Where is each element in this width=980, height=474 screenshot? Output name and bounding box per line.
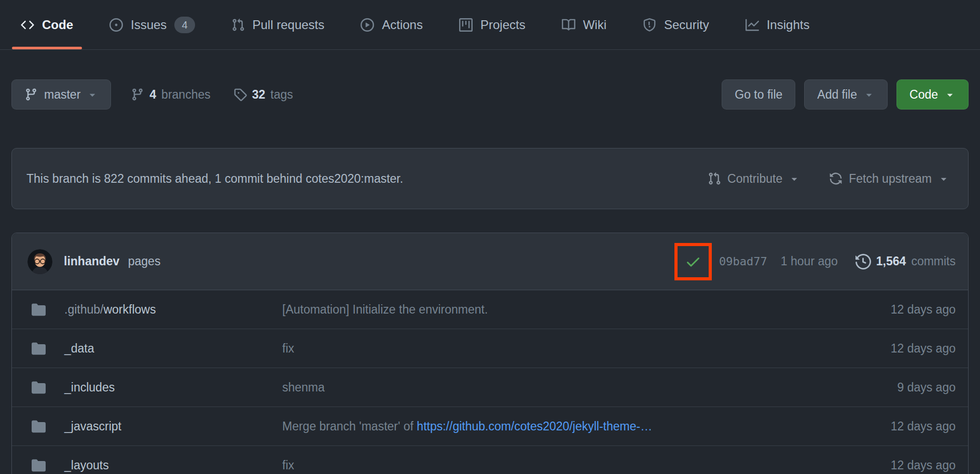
project-icon <box>459 18 473 32</box>
table-row: _layouts fix 12 days ago <box>12 446 968 474</box>
file-name-link: _javascript <box>64 419 121 434</box>
tab-actions-label: Actions <box>382 18 423 32</box>
git-branch-icon <box>24 88 38 101</box>
commits-count: 1,564 <box>876 254 906 268</box>
repo-nav: Code Issues 4 Pull requests Actions Proj… <box>0 0 980 50</box>
branches-link[interactable]: 4 branches <box>131 88 210 102</box>
commit-date: 12 days ago <box>841 303 956 317</box>
file-name-prefix[interactable]: .github/ <box>64 303 103 316</box>
issues-counter-badge: 4 <box>174 17 195 33</box>
table-row: _includes shenma 9 days ago <box>12 368 968 407</box>
file-name-cell: .github/workflows <box>32 303 282 317</box>
git-branch-icon <box>131 88 144 101</box>
file-name[interactable]: _javascript <box>64 419 121 433</box>
code-download-label: Code <box>909 88 938 102</box>
banner-actions: Contribute Fetch upstream <box>708 172 954 186</box>
code-download-button[interactable]: Code <box>896 79 969 110</box>
book-icon <box>562 18 575 32</box>
caret-down-icon <box>944 89 956 100</box>
file-name-link: _layouts <box>64 458 109 472</box>
branch-toolbar: master 4 branches 32 tags Go to file Add… <box>11 79 969 110</box>
git-pull-request-icon <box>231 18 245 32</box>
tag-icon <box>233 88 247 101</box>
file-name-cell: _layouts <box>32 458 282 472</box>
table-row: .github/workflows [Automation] Initializ… <box>12 290 968 329</box>
latest-commit-bar: linhandev pages 09bad77 1 hour ago 1,564… <box>12 233 968 290</box>
caret-down-icon <box>863 89 875 100</box>
go-to-file-button[interactable]: Go to file <box>722 79 795 110</box>
caret-down-icon <box>87 89 98 100</box>
commit-author-link[interactable]: linhandev <box>64 254 119 268</box>
avatar-image <box>27 249 52 274</box>
commit-title: linhandev pages <box>64 254 160 268</box>
folder-icon <box>32 419 46 434</box>
contribute-button[interactable]: Contribute <box>708 172 800 186</box>
add-file-button[interactable]: Add file <box>804 79 888 110</box>
code-icon <box>21 18 34 32</box>
file-name-cell: _includes <box>32 381 282 395</box>
row-commit-message[interactable]: fix <box>282 342 294 355</box>
file-name-link: _includes <box>64 381 115 395</box>
file-name-cell: _javascript <box>32 419 282 434</box>
play-icon <box>361 18 374 32</box>
file-name[interactable]: workflows <box>103 303 156 316</box>
commit-time: 1 hour ago <box>781 254 838 268</box>
file-name[interactable]: _data <box>64 342 94 355</box>
tab-wiki[interactable]: Wiki <box>554 0 614 49</box>
branch-stats: 4 branches 32 tags <box>131 88 293 102</box>
row-commit-message[interactable]: shenma <box>282 381 325 394</box>
folder-icon <box>32 458 46 472</box>
sync-icon <box>829 172 843 185</box>
issue-opened-icon <box>109 18 123 32</box>
tab-pull-requests-label: Pull requests <box>253 18 325 32</box>
caret-down-icon <box>938 173 949 184</box>
tab-projects[interactable]: Projects <box>451 0 533 49</box>
file-name-cell: _data <box>32 342 282 356</box>
tab-code[interactable]: Code <box>13 0 81 49</box>
tab-actions[interactable]: Actions <box>353 0 431 49</box>
row-commit-message[interactable]: [Automation] Initialize the environment. <box>282 303 488 316</box>
go-to-file-label: Go to file <box>735 88 782 102</box>
row-commit-message[interactable]: fix <box>282 458 294 472</box>
commit-hash-link[interactable]: 09bad77 <box>719 255 767 268</box>
commit-message-cell: fix <box>282 342 841 356</box>
commit-date: 9 days ago <box>841 381 956 395</box>
graph-icon <box>746 18 759 32</box>
branch-status-banner: This branch is 822 commits ahead, 1 comm… <box>11 148 969 209</box>
active-tab-underline <box>12 47 82 49</box>
tab-insights[interactable]: Insights <box>738 0 818 49</box>
git-pull-request-icon <box>708 172 721 185</box>
file-name-link: .github/workflows <box>64 303 156 317</box>
row-commit-message[interactable]: Merge branch 'master' of <box>282 419 417 433</box>
fetch-upstream-label: Fetch upstream <box>849 172 932 186</box>
row-commit-message-link[interactable]: https://github.com/cotes2020/jekyll-them… <box>417 419 652 433</box>
tags-label: tags <box>270 88 293 102</box>
check-icon[interactable] <box>685 253 701 270</box>
branch-select-button[interactable]: master <box>11 79 111 110</box>
tab-insights-label: Insights <box>767 18 810 32</box>
tags-link[interactable]: 32 tags <box>233 88 293 102</box>
commit-message-link[interactable]: pages <box>128 254 161 268</box>
tab-pull-requests[interactable]: Pull requests <box>224 0 333 49</box>
commit-meta: 09bad77 1 hour ago 1,564 commits <box>674 243 956 280</box>
annotation-box <box>674 243 712 280</box>
commit-date: 12 days ago <box>841 419 956 434</box>
file-name[interactable]: _layouts <box>64 458 109 472</box>
folder-icon <box>32 303 46 317</box>
branches-label: branches <box>161 88 211 102</box>
tab-code-label: Code <box>42 18 73 32</box>
file-name-link: _data <box>64 342 94 356</box>
tab-issues[interactable]: Issues 4 <box>102 0 203 49</box>
file-name[interactable]: _includes <box>64 381 115 394</box>
commit-date: 12 days ago <box>841 458 956 472</box>
branches-count: 4 <box>149 88 156 102</box>
file-browser: linhandev pages 09bad77 1 hour ago 1,564… <box>11 233 969 474</box>
fetch-upstream-button[interactable]: Fetch upstream <box>829 172 949 186</box>
avatar[interactable] <box>27 249 52 274</box>
tab-security-label: Security <box>664 18 709 32</box>
commit-history-link[interactable]: 1,564 commits <box>855 254 956 269</box>
add-file-label: Add file <box>817 88 857 102</box>
repo-tabs: Code Issues 4 Pull requests Actions Proj… <box>13 0 817 49</box>
tab-security[interactable]: Security <box>635 0 717 49</box>
commit-message-cell: fix <box>282 458 841 472</box>
